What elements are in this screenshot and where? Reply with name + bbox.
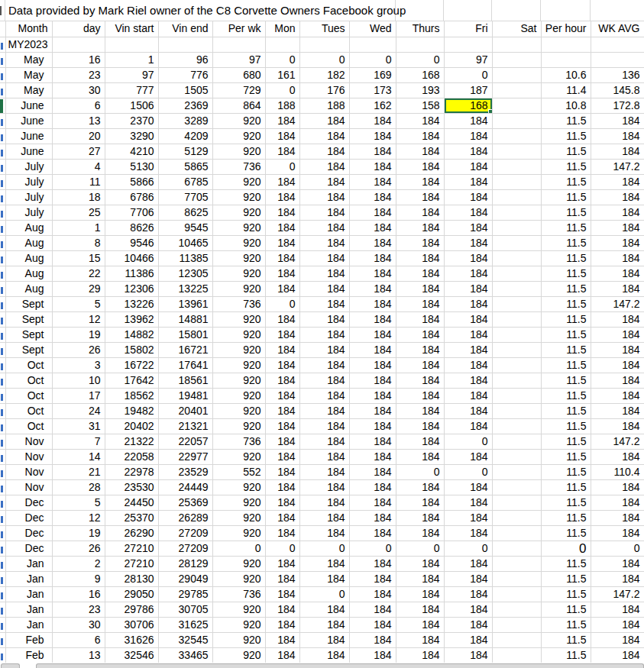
- cell-day[interactable]: 19: [52, 525, 105, 541]
- cell-vin_start[interactable]: 29786: [105, 602, 158, 617]
- col-header-thurs[interactable]: Thurs: [396, 21, 444, 37]
- empty-cell[interactable]: [212, 37, 265, 52]
- empty-cell[interactable]: [52, 37, 105, 52]
- cell-month[interactable]: Sept: [5, 342, 52, 357]
- cell-day[interactable]: 1: [52, 220, 105, 235]
- cell-month[interactable]: June: [5, 144, 52, 159]
- cell-wk_avg[interactable]: 184: [591, 235, 644, 250]
- cell-fri[interactable]: 184: [444, 449, 492, 464]
- cell-mon[interactable]: 0: [265, 52, 299, 67]
- cell-tues[interactable]: 184: [299, 189, 349, 205]
- cell-mon[interactable]: 184: [265, 418, 299, 434]
- cell-vin_start[interactable]: 27210: [105, 556, 158, 571]
- cell-day[interactable]: 4: [52, 159, 105, 174]
- cell-fri[interactable]: 184: [444, 602, 492, 617]
- cell-vin_end[interactable]: 21321: [158, 418, 212, 434]
- cell-tues[interactable]: 184: [299, 510, 349, 525]
- cell-per_hour[interactable]: 10.6: [541, 67, 591, 82]
- cell-wed[interactable]: 184: [349, 602, 396, 617]
- cell-mon[interactable]: 184: [265, 510, 299, 525]
- cell-per_wk[interactable]: 920: [212, 235, 265, 250]
- cell-day[interactable]: 13: [52, 647, 105, 663]
- cell-thurs[interactable]: 184: [396, 602, 444, 617]
- cell-vin_end[interactable]: 15801: [158, 327, 212, 342]
- cell-vin_end[interactable]: 22057: [158, 434, 212, 449]
- cell-vin_start[interactable]: 19482: [105, 403, 158, 418]
- cell-wed[interactable]: 184: [349, 373, 396, 388]
- cell-day[interactable]: 5: [52, 296, 105, 311]
- cell-fri[interactable]: 184: [444, 296, 492, 311]
- cell-sat[interactable]: [492, 311, 541, 327]
- cell-per_hour[interactable]: 11.5: [541, 464, 591, 479]
- cell-wk_avg[interactable]: 0: [591, 541, 644, 556]
- cell-tues[interactable]: 184: [299, 281, 349, 296]
- cell-per_wk[interactable]: 920: [212, 418, 265, 434]
- cell-fri[interactable]: 184: [444, 571, 492, 586]
- cell-per_hour[interactable]: 11.5: [541, 113, 591, 128]
- cell-month[interactable]: Aug: [5, 281, 52, 296]
- cell-day[interactable]: 8: [52, 235, 105, 250]
- cell-thurs[interactable]: 184: [396, 205, 444, 220]
- cell-fri[interactable]: 184: [444, 403, 492, 418]
- cell-wed[interactable]: 162: [349, 98, 396, 113]
- cell-wed[interactable]: 184: [349, 128, 396, 144]
- cell-wk_avg[interactable]: 147.2: [591, 159, 644, 174]
- cell-tues[interactable]: 184: [299, 235, 349, 250]
- cell-wk_avg[interactable]: 110.4: [591, 464, 644, 479]
- cell-day[interactable]: 5: [52, 495, 105, 510]
- cell-tues[interactable]: 184: [299, 266, 349, 281]
- cell-mon[interactable]: 184: [265, 189, 299, 205]
- cell-mon[interactable]: 184: [265, 205, 299, 220]
- cell-wk_avg[interactable]: 184: [591, 250, 644, 266]
- cell-vin_end[interactable]: 22977: [158, 449, 212, 464]
- cell-wed[interactable]: 173: [349, 82, 396, 98]
- col-header-wk_avg[interactable]: WK AVG: [591, 21, 644, 37]
- cell-vin_end[interactable]: 10465: [158, 235, 212, 250]
- cell-vin_start[interactable]: 11386: [105, 266, 158, 281]
- cell-vin_start[interactable]: 13226: [105, 296, 158, 311]
- col-header-mon[interactable]: Mon: [265, 21, 299, 37]
- cell-thurs[interactable]: 184: [396, 189, 444, 205]
- col-header-wed[interactable]: Wed: [349, 21, 396, 37]
- cell-sat[interactable]: [492, 98, 541, 113]
- cell-vin_start[interactable]: 9546: [105, 235, 158, 250]
- cell-per_hour[interactable]: 10.8: [541, 98, 591, 113]
- cell-mon[interactable]: 0: [265, 82, 299, 98]
- cell-thurs[interactable]: 184: [396, 128, 444, 144]
- cell-mon[interactable]: 0: [265, 159, 299, 174]
- cell-wk_avg[interactable]: 184: [591, 281, 644, 296]
- cell-wed[interactable]: 184: [349, 571, 396, 586]
- cell-tues[interactable]: 184: [299, 434, 349, 449]
- col-header-sat[interactable]: Sat: [492, 21, 541, 37]
- cell-tues[interactable]: 184: [299, 113, 349, 128]
- cell-thurs[interactable]: 184: [396, 617, 444, 632]
- col-header-vin_start[interactable]: Vin start: [105, 21, 158, 37]
- cell-day[interactable]: 30: [52, 617, 105, 632]
- cell-month[interactable]: June: [5, 98, 52, 113]
- cell-day[interactable]: 12: [52, 510, 105, 525]
- cell-wed[interactable]: 0: [349, 52, 396, 67]
- cell-thurs[interactable]: 193: [396, 82, 444, 98]
- cell-tues[interactable]: 0: [299, 52, 349, 67]
- cell-tues[interactable]: 184: [299, 357, 349, 373]
- cell-vin_end[interactable]: 11385: [158, 250, 212, 266]
- cell-thurs[interactable]: 184: [396, 159, 444, 174]
- cell-tues[interactable]: 184: [299, 174, 349, 189]
- cell-month[interactable]: Aug: [5, 250, 52, 266]
- cell-per_hour[interactable]: 11.5: [541, 250, 591, 266]
- cell-thurs[interactable]: 184: [396, 632, 444, 647]
- cell-month[interactable]: Nov: [5, 479, 52, 495]
- cell-thurs[interactable]: 184: [396, 144, 444, 159]
- cell-sat[interactable]: [492, 174, 541, 189]
- empty-cell[interactable]: [299, 37, 349, 52]
- cell-wk_avg[interactable]: 145.8: [591, 82, 644, 98]
- empty-title-cell[interactable]: [444, 0, 492, 21]
- cell-mon[interactable]: 161: [265, 67, 299, 82]
- cell-sat[interactable]: [492, 189, 541, 205]
- cell-wed[interactable]: 184: [349, 113, 396, 128]
- cell-vin_start[interactable]: 17642: [105, 373, 158, 388]
- cell-per_wk[interactable]: 920: [212, 617, 265, 632]
- cell-fri[interactable]: 187: [444, 82, 492, 98]
- cell-day[interactable]: 19: [52, 327, 105, 342]
- cell-wk_avg[interactable]: 147.2: [591, 586, 644, 602]
